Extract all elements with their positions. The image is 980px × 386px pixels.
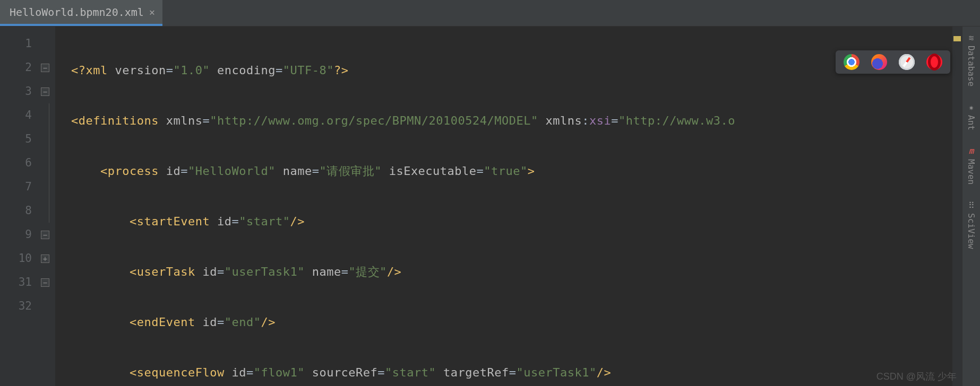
code-line: <process id="HelloWorld" name="请假审批" isE… xyxy=(71,159,980,183)
line-number: 8 xyxy=(0,199,55,223)
line-number: 6 xyxy=(0,151,55,175)
fold-toggle-icon[interactable]: − xyxy=(41,87,49,96)
safari-icon[interactable] xyxy=(898,54,915,71)
fold-toggle-icon[interactable]: − xyxy=(41,64,49,72)
fold-toggle-icon[interactable]: − xyxy=(41,278,49,287)
tool-window-sciview[interactable]: ⠿SciView xyxy=(966,200,976,249)
gutter: 1 2 − 3 − 4 5 6 7 8 9 − 10 + 31 − 32 xyxy=(0,27,55,386)
line-number: 3 − xyxy=(0,80,55,103)
line-number: 1 xyxy=(0,32,55,56)
tool-window-maven[interactable]: mMaven xyxy=(966,146,976,185)
line-number: 4 xyxy=(0,103,55,127)
database-icon: ≋ xyxy=(967,33,976,42)
open-in-browser-popup xyxy=(836,50,950,74)
line-number: 31 − xyxy=(0,270,55,294)
ant-icon: ✷ xyxy=(967,102,976,112)
line-number: 2 − xyxy=(0,56,55,80)
code-line: <startEvent id="start"/> xyxy=(71,209,980,233)
fold-toggle-icon[interactable]: + xyxy=(41,255,49,263)
tool-window-ant[interactable]: ✷Ant xyxy=(966,102,976,130)
code-editor[interactable]: <?xml version="1.0" encoding="UTF-8"?> <… xyxy=(55,27,980,386)
tab-bar: HelloWorld.bpmn20.xml ✕ xyxy=(0,0,980,27)
code-line: <endEvent id="end"/> xyxy=(71,310,980,334)
chrome-icon[interactable] xyxy=(843,54,860,71)
opera-icon[interactable] xyxy=(926,54,943,71)
error-stripe[interactable] xyxy=(952,27,962,386)
code-line: <sequenceFlow id="flow1" sourceRef="star… xyxy=(71,361,980,384)
right-toolbar: ≋Database ✷Ant mMaven ⠿SciView xyxy=(962,27,980,386)
line-number: 5 xyxy=(0,127,55,151)
code-line: <definitions xmlns="http://www.omg.org/s… xyxy=(71,109,980,133)
fold-toggle-icon[interactable]: − xyxy=(41,231,49,239)
watermark-text: CSDN @风流 少年 xyxy=(876,370,957,383)
close-icon[interactable]: ✕ xyxy=(149,6,155,17)
tool-window-database[interactable]: ≋Database xyxy=(966,33,976,86)
line-number: 10 + xyxy=(0,247,55,270)
firefox-icon[interactable] xyxy=(871,54,888,71)
editor-area: 1 2 − 3 − 4 5 6 7 8 9 − 10 + 31 − 32 <?x… xyxy=(0,27,980,386)
sciview-icon: ⠿ xyxy=(967,200,976,210)
file-tab[interactable]: HelloWorld.bpmn20.xml ✕ xyxy=(0,0,162,26)
code-line: <userTask id="userTask1" name="提交"/> xyxy=(71,260,980,284)
line-number: 9 − xyxy=(0,223,55,247)
warning-marker[interactable] xyxy=(953,36,961,41)
maven-icon: m xyxy=(967,146,976,156)
line-number: 32 xyxy=(0,294,55,318)
line-number: 7 xyxy=(0,175,55,199)
tab-filename: HelloWorld.bpmn20.xml xyxy=(10,6,144,19)
